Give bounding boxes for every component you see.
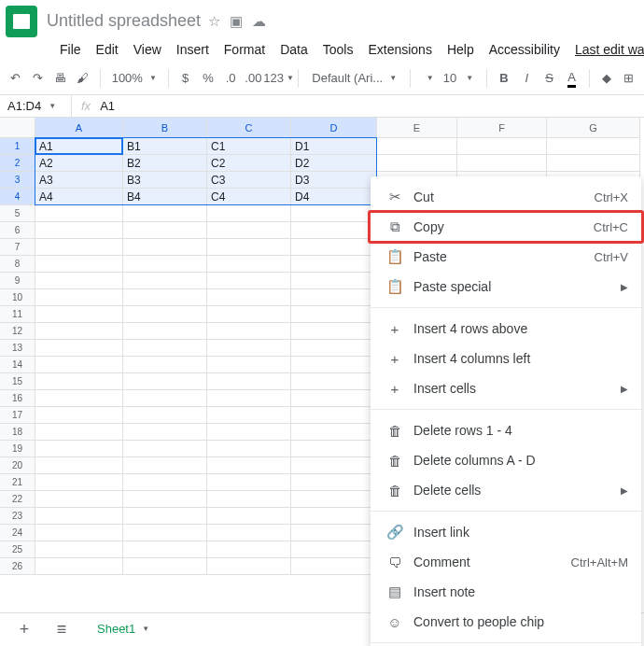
cell[interactable]: D3	[291, 172, 377, 189]
col-header-A[interactable]: A	[35, 118, 123, 138]
cell[interactable]	[35, 407, 123, 424]
row-header-24[interactable]: 24	[0, 525, 35, 541]
cell[interactable]	[35, 457, 123, 474]
cell[interactable]	[207, 373, 291, 390]
row-header-20[interactable]: 20	[0, 457, 35, 474]
cell[interactable]: C2	[207, 155, 291, 172]
cell[interactable]	[123, 541, 207, 558]
increase-decimal-button[interactable]: .00	[244, 66, 262, 91]
row-header-12[interactable]: 12	[0, 323, 35, 340]
cell[interactable]: C3	[207, 172, 291, 189]
cell[interactable]	[123, 205, 207, 222]
name-box[interactable]: A1:D4▼	[0, 99, 71, 113]
cell[interactable]	[207, 239, 291, 256]
row-header-22[interactable]: 22	[0, 491, 35, 508]
menu-item-insert-4-columns-left[interactable]: +Insert 4 columns left	[371, 344, 641, 373]
italic-button[interactable]: I	[517, 66, 536, 91]
row-header-19[interactable]: 19	[0, 441, 35, 457]
row-header-14[interactable]: 14	[0, 357, 35, 373]
row-header-18[interactable]: 18	[0, 424, 35, 441]
menu-insert[interactable]: Insert	[169, 38, 217, 61]
row-header-6[interactable]: 6	[0, 222, 35, 239]
cell[interactable]	[291, 525, 377, 541]
cell[interactable]	[291, 558, 377, 575]
redo-button[interactable]: ↷	[28, 66, 47, 91]
cell[interactable]	[291, 205, 377, 222]
undo-button[interactable]: ↶	[6, 66, 24, 91]
cell[interactable]	[291, 474, 377, 491]
cell[interactable]	[377, 155, 457, 172]
cell[interactable]	[123, 289, 207, 306]
cell[interactable]	[35, 222, 123, 239]
menu-item-copy[interactable]: ⧉CopyCtrl+C	[371, 212, 641, 242]
cell[interactable]	[207, 289, 291, 306]
cell[interactable]	[291, 357, 377, 373]
cell[interactable]	[123, 558, 207, 575]
cell[interactable]	[291, 457, 377, 474]
menu-item-paste-special[interactable]: 📋Paste special▶	[371, 272, 641, 302]
currency-button[interactable]: $	[176, 66, 195, 91]
menu-item-delete-cells[interactable]: 🗑Delete cells▶	[371, 475, 641, 505]
menu-format[interactable]: Format	[217, 38, 273, 61]
menu-item-insert-link[interactable]: 🔗Insert link	[371, 517, 641, 547]
menu-item-delete-columns-a-d[interactable]: 🗑Delete columns A - D	[371, 445, 641, 475]
cell[interactable]: D4	[291, 189, 377, 205]
cloud-icon[interactable]: ☁	[252, 13, 266, 30]
cell[interactable]	[291, 323, 377, 340]
cell[interactable]	[207, 491, 291, 508]
menu-item-paste[interactable]: 📋PasteCtrl+V	[371, 242, 641, 272]
row-header-3[interactable]: 3	[0, 172, 35, 189]
cell[interactable]	[35, 441, 123, 457]
more-formats-button[interactable]: 123▼	[266, 66, 290, 91]
sheets-logo[interactable]	[6, 6, 37, 37]
row-header-4[interactable]: 4	[0, 189, 35, 205]
row-header-11[interactable]: 11	[0, 306, 35, 323]
print-button[interactable]: 🖶	[50, 66, 69, 91]
cell[interactable]	[291, 273, 377, 289]
cell[interactable]	[207, 525, 291, 541]
cell[interactable]	[35, 424, 123, 441]
cell[interactable]	[35, 491, 123, 508]
col-header-G[interactable]: G	[547, 118, 640, 138]
row-header-7[interactable]: 7	[0, 239, 35, 256]
cell[interactable]	[207, 474, 291, 491]
row-header-23[interactable]: 23	[0, 508, 35, 525]
cell[interactable]	[457, 138, 547, 155]
font-select[interactable]: Default (Ari...▼	[306, 71, 402, 85]
menu-item-cut[interactable]: ✂CutCtrl+X	[371, 182, 641, 212]
bold-button[interactable]: B	[495, 66, 513, 91]
strike-button[interactable]: S	[539, 66, 558, 91]
cell[interactable]	[35, 373, 123, 390]
text-color-button[interactable]: A	[563, 66, 581, 91]
cell[interactable]	[291, 239, 377, 256]
borders-button[interactable]: ⊞	[620, 66, 638, 91]
cell[interactable]: A1	[35, 138, 123, 155]
cell[interactable]	[123, 239, 207, 256]
cell[interactable]	[291, 541, 377, 558]
cell[interactable]: A2	[35, 155, 123, 172]
cell[interactable]	[123, 340, 207, 357]
cell[interactable]	[207, 558, 291, 575]
cell[interactable]: B2	[123, 155, 207, 172]
font-size-select[interactable]: ▼10▼	[418, 71, 479, 85]
cell[interactable]	[207, 407, 291, 424]
cell[interactable]	[207, 541, 291, 558]
menu-accessibility[interactable]: Accessibility	[482, 38, 567, 61]
menu-item-insert-cells[interactable]: +Insert cells▶	[371, 373, 641, 403]
cell[interactable]	[547, 155, 640, 172]
cell[interactable]	[291, 373, 377, 390]
cell[interactable]: A3	[35, 172, 123, 189]
cell[interactable]	[207, 424, 291, 441]
cell[interactable]	[123, 357, 207, 373]
cell[interactable]: D2	[291, 155, 377, 172]
cell[interactable]	[207, 508, 291, 525]
row-header-9[interactable]: 9	[0, 273, 35, 289]
select-all-corner[interactable]	[0, 118, 35, 138]
col-header-F[interactable]: F	[457, 118, 547, 138]
cell[interactable]	[207, 222, 291, 239]
sheet-tab[interactable]: Sheet1▼	[86, 613, 161, 646]
cell[interactable]	[123, 390, 207, 407]
cell[interactable]	[547, 138, 640, 155]
cell[interactable]	[291, 508, 377, 525]
cell[interactable]	[35, 474, 123, 491]
